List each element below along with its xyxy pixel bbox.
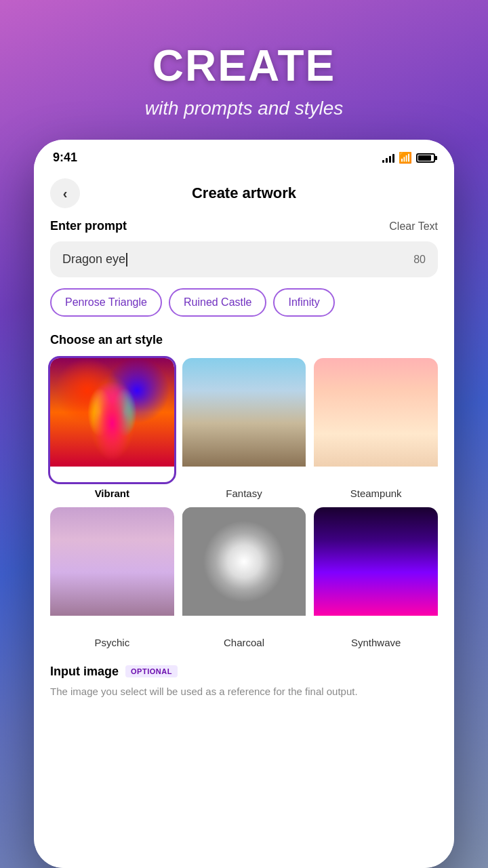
- input-image-section: Input image OPTIONAL The image you selec…: [50, 665, 438, 700]
- hero-section: CREATE with prompts and styles: [0, 0, 488, 140]
- status-bar: 9:41 📶: [34, 140, 454, 170]
- clear-text-button[interactable]: Clear Text: [389, 220, 438, 233]
- art-style-image-vibrant: [50, 358, 174, 482]
- optional-badge: OPTIONAL: [125, 665, 178, 677]
- input-image-description: The image you select will be used as a r…: [50, 684, 438, 700]
- wifi-icon: 📶: [399, 151, 412, 164]
- art-style-label-steampunk: Steampunk: [350, 488, 402, 499]
- prompt-input-text: Dragon eye: [62, 252, 127, 267]
- input-image-title: Input image: [50, 665, 119, 679]
- text-cursor: [126, 253, 127, 267]
- art-style-fantasy[interactable]: Fantasy: [182, 358, 306, 499]
- psychic-art-preview: [50, 507, 174, 616]
- battery-icon: [416, 153, 435, 163]
- nav-bar: ‹ Create artwork: [34, 170, 454, 219]
- back-icon: ‹: [63, 186, 68, 201]
- steampunk-art-preview: [314, 358, 438, 467]
- art-style-label-psychic: Psychic: [94, 637, 129, 648]
- art-style-image-charcoal: [182, 507, 306, 631]
- art-styles-grid: Vibrant Fantasy Steampunk: [50, 358, 438, 648]
- charcoal-art-preview: [182, 507, 306, 616]
- suggestions-row: Penrose Triangle Ruined Castle Infinity: [50, 288, 438, 317]
- back-button[interactable]: ‹: [50, 178, 80, 208]
- art-style-image-steampunk: [314, 358, 438, 482]
- art-style-image-psychic: [50, 507, 174, 631]
- input-image-header: Input image OPTIONAL: [50, 665, 438, 679]
- suggestion-chip-penrose[interactable]: Penrose Triangle: [50, 288, 162, 317]
- hero-title: CREATE: [27, 41, 461, 91]
- prompt-header: Enter prompt Clear Text: [50, 219, 438, 233]
- content-area: Enter prompt Clear Text Dragon eye 80 Pe…: [34, 219, 454, 868]
- status-time: 9:41: [53, 151, 77, 165]
- suggestion-chip-ruined[interactable]: Ruined Castle: [169, 288, 267, 317]
- page-title: Create artwork: [80, 184, 408, 202]
- art-style-steampunk[interactable]: Steampunk: [314, 358, 438, 499]
- art-style-charcoal[interactable]: Charcoal: [182, 507, 306, 648]
- art-style-image-fantasy: [182, 358, 306, 482]
- art-style-label-charcoal: Charcoal: [224, 637, 264, 648]
- vibrant-art-preview: [50, 358, 174, 467]
- art-style-image-synthwave: [314, 507, 438, 631]
- art-style-vibrant[interactable]: Vibrant: [50, 358, 174, 499]
- prompt-input-area[interactable]: Dragon eye 80: [50, 241, 438, 277]
- synthwave-art-preview: [314, 507, 438, 616]
- phone-frame: 9:41 📶 ‹ Create artwork Enter prompt Cle…: [34, 140, 454, 868]
- prompt-label: Enter prompt: [50, 219, 127, 233]
- suggestion-chip-infinity[interactable]: Infinity: [273, 288, 334, 317]
- art-style-label-vibrant: Vibrant: [95, 488, 129, 499]
- signal-icon: [382, 153, 394, 163]
- art-style-psychic[interactable]: Psychic: [50, 507, 174, 648]
- fantasy-art-preview: [182, 358, 306, 467]
- char-count: 80: [413, 254, 426, 266]
- status-icons: 📶: [382, 151, 435, 164]
- art-style-section-title: Choose an art style: [50, 333, 438, 347]
- art-style-synthwave[interactable]: Synthwave: [314, 507, 438, 648]
- hero-subtitle: with prompts and styles: [27, 98, 461, 119]
- art-style-label-fantasy: Fantasy: [226, 488, 262, 499]
- art-style-label-synthwave: Synthwave: [351, 637, 401, 648]
